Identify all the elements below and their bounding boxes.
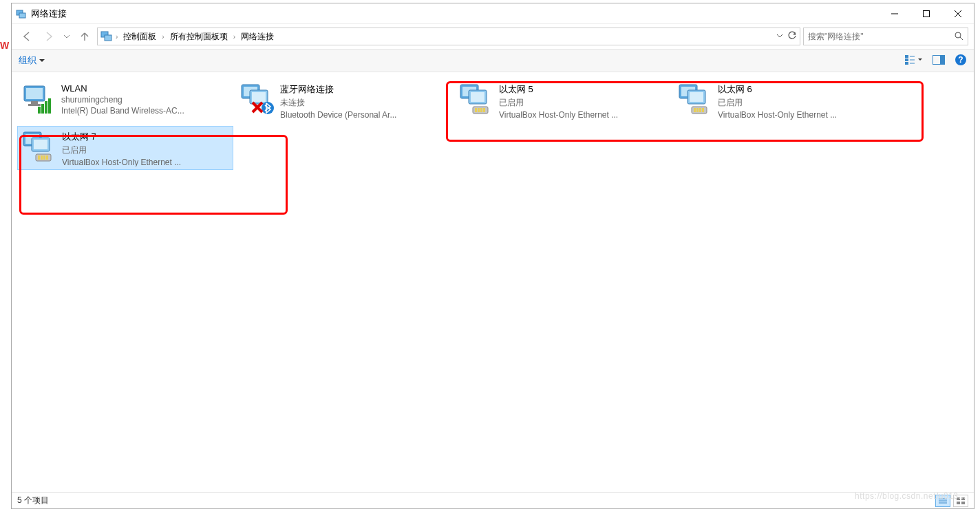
address-box[interactable]: › 控制面板 › 所有控制面板项 › 网络连接 [97,28,800,45]
svg-rect-25 [41,104,44,114]
network-connection-item[interactable]: 蓝牙网络连接未连接Bluetooth Device (Personal Ar..… [236,79,452,123]
window-controls [879,3,974,23]
titlebar: 网络连接 [12,3,974,24]
connection-text: 蓝牙网络连接未连接Bluetooth Device (Personal Ar..… [280,82,448,120]
svg-rect-22 [31,101,38,104]
window: 网络连接 [11,3,974,509]
connection-icon [22,129,56,164]
connection-name: 以太网 7 [62,131,228,143]
recent-dropdown[interactable] [61,27,72,46]
connection-text: WLANshurumingchengIntel(R) Dual Band Wir… [61,82,229,120]
svg-rect-41 [478,108,480,112]
up-button[interactable] [75,27,94,46]
connection-text: 以太网 6已启用VirtualBox Host-Only Ethernet ..… [718,82,886,120]
connection-icon [21,82,56,116]
connection-name: 以太网 5 [499,83,667,96]
status-bar: 5 个项目 [12,492,974,508]
svg-rect-31 [252,92,266,102]
network-connection-item[interactable]: 以太网 5已启用VirtualBox Host-Only Ethernet ..… [455,79,671,123]
back-button[interactable] [17,27,36,46]
network-connection-item[interactable]: 以太网 7已启用VirtualBox Host-Only Ethernet ..… [17,126,233,170]
connection-icon [240,82,275,116]
connection-device: Bluetooth Device (Personal Ar... [280,110,448,120]
connection-text: 以太网 5已启用VirtualBox Host-Only Ethernet ..… [499,82,667,120]
connection-name: 蓝牙网络连接 [280,83,448,96]
connection-device: VirtualBox Host-Only Ethernet ... [62,158,228,166]
svg-rect-67 [957,502,960,504]
refresh-icon[interactable] [787,31,797,43]
organize-button[interactable]: 组织 [19,54,45,67]
svg-rect-51 [699,108,701,112]
svg-rect-59 [41,155,43,160]
connection-status: 已启用 [718,97,886,109]
search-icon[interactable] [954,31,963,43]
maximize-button[interactable] [910,3,942,24]
search-input[interactable]: 搜索"网络连接" [803,28,968,45]
svg-rect-11 [905,58,908,61]
svg-rect-26 [45,101,47,114]
forward-button[interactable] [39,27,58,46]
svg-rect-61 [46,155,48,160]
margin-mark: W [0,40,9,51]
address-bar: › 控制面板 › 所有控制面板项 › 网络连接 搜索"网络连接" [12,24,974,49]
close-button[interactable] [942,3,974,24]
content-area: WLANshurumingchengIntel(R) Dual Band Wir… [12,72,974,492]
connection-icon [678,82,712,116]
connection-device: VirtualBox Host-Only Ethernet ... [499,110,667,120]
svg-text:?: ? [958,55,963,65]
connection-name: 以太网 6 [718,83,886,96]
svg-rect-42 [480,108,482,112]
svg-rect-58 [38,155,40,160]
connection-status: 已启用 [499,97,667,109]
svg-rect-12 [905,62,908,65]
network-connection-item[interactable]: WLANshurumingchengIntel(R) Dual Band Wir… [17,79,233,123]
svg-rect-43 [483,108,485,112]
view-options-button[interactable] [905,54,923,67]
svg-line-9 [960,37,963,40]
address-dropdown-icon[interactable] [776,32,783,41]
connection-device: Intel(R) Dual Band Wireless-AC... [61,106,229,116]
connection-icon [459,82,493,116]
search-placeholder: 搜索"网络连接" [808,31,954,43]
crumb-separator: › [114,33,119,41]
minimize-button[interactable] [879,3,910,24]
breadcrumb-item[interactable]: 所有控制面板项 [167,30,231,44]
watermark: https://blog.csdn.net/u013... [855,491,966,501]
items-grid: WLANshurumingchengIntel(R) Dual Band Wir… [16,78,970,171]
breadcrumb-item[interactable]: 网络连接 [238,30,277,44]
svg-rect-23 [28,104,41,106]
item-count: 5 个项目 [17,495,49,506]
connection-text: 以太网 7已启用VirtualBox Host-Only Ethernet ..… [62,129,228,166]
crumb-separator: › [160,33,165,41]
svg-rect-50 [696,108,699,112]
page-margin: W [0,0,11,516]
preview-pane-button[interactable] [933,55,945,67]
window-icon [16,8,27,19]
crumb-separator: › [232,33,237,41]
organize-label: 组织 [19,54,36,67]
svg-rect-21 [26,88,43,99]
svg-rect-24 [38,107,41,114]
svg-rect-56 [34,140,47,149]
svg-rect-3 [924,11,930,17]
window-title: 网络连接 [31,8,879,20]
svg-rect-49 [694,108,696,112]
svg-rect-27 [48,98,51,114]
svg-rect-60 [43,155,45,160]
toolbar: 组织 ? [12,49,974,72]
svg-rect-40 [475,108,477,112]
svg-rect-17 [940,56,944,64]
help-button[interactable]: ? [955,54,967,68]
path-icon [100,30,113,44]
connection-status: 未连接 [280,97,448,109]
svg-rect-68 [961,502,965,504]
svg-rect-7 [105,35,111,41]
svg-rect-52 [702,108,704,112]
svg-rect-10 [905,55,908,58]
svg-rect-47 [690,92,703,102]
breadcrumb-item[interactable]: 控制面板 [120,30,159,44]
connection-status: shurumingcheng [61,95,229,105]
network-connection-item[interactable]: 以太网 6已启用VirtualBox Host-Only Ethernet ..… [674,79,890,123]
svg-rect-38 [471,92,484,102]
connection-status: 已启用 [62,144,228,156]
